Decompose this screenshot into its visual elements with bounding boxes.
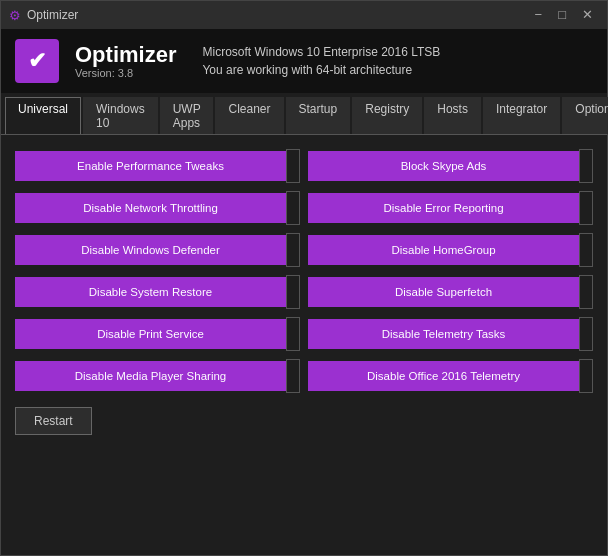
btn-indicator: [286, 191, 300, 225]
btn-indicator: [579, 275, 593, 309]
disable-media-player-sharing-button[interactable]: Disable Media Player Sharing: [15, 361, 286, 392]
maximize-button[interactable]: □: [552, 5, 572, 25]
block-skype-ads-button[interactable]: Block Skype Ads: [308, 151, 579, 182]
app-logo: ✔: [15, 39, 59, 83]
restart-section: Restart: [15, 407, 593, 435]
buttons-grid: Enable Performance Tweaks Block Skype Ad…: [15, 149, 593, 393]
tab-registry[interactable]: Registry: [352, 97, 422, 134]
btn-wrapper-disable-superfetch: Disable Superfetch: [308, 275, 593, 309]
tab-startup[interactable]: Startup: [286, 97, 351, 134]
restart-button[interactable]: Restart: [15, 407, 92, 435]
btn-indicator: [286, 359, 300, 393]
btn-wrapper-disable-homegroup: Disable HomeGroup: [308, 233, 593, 267]
title-bar-controls: − □ ✕: [529, 5, 599, 25]
enable-performance-tweaks-button[interactable]: Enable Performance Tweaks: [15, 151, 286, 182]
btn-wrapper-disable-media-sharing: Disable Media Player Sharing: [15, 359, 300, 393]
btn-wrapper-disable-telemetry-tasks: Disable Telemetry Tasks: [308, 317, 593, 351]
title-bar-text: Optimizer: [27, 8, 78, 22]
disable-telemetry-tasks-button[interactable]: Disable Telemetry Tasks: [308, 319, 579, 350]
disable-homegroup-button[interactable]: Disable HomeGroup: [308, 235, 579, 266]
btn-wrapper-disable-print: Disable Print Service: [15, 317, 300, 351]
btn-indicator: [286, 275, 300, 309]
header-info: Microsoft Windows 10 Enterprise 2016 LTS…: [202, 43, 440, 79]
btn-indicator: [579, 233, 593, 267]
info-line-1: Microsoft Windows 10 Enterprise 2016 LTS…: [202, 43, 440, 61]
btn-indicator: [286, 233, 300, 267]
btn-wrapper-disable-throttling: Disable Network Throttling: [15, 191, 300, 225]
app-version: Version: 3.8: [75, 67, 176, 79]
btn-indicator: [286, 149, 300, 183]
app-icon: ⚙: [9, 8, 21, 23]
btn-indicator: [286, 317, 300, 351]
app-name: Optimizer: [75, 43, 176, 67]
tab-uwp-apps[interactable]: UWP Apps: [160, 97, 214, 134]
disable-error-reporting-button[interactable]: Disable Error Reporting: [308, 193, 579, 224]
btn-wrapper-disable-error-reporting: Disable Error Reporting: [308, 191, 593, 225]
tab-universal[interactable]: Universal: [5, 97, 81, 134]
btn-wrapper-disable-restore: Disable System Restore: [15, 275, 300, 309]
info-line-2: You are working with 64-bit architecture: [202, 61, 440, 79]
minimize-button[interactable]: −: [529, 5, 549, 25]
main-window: ⚙ Optimizer − □ ✕ ✔ Optimizer Version: 3…: [0, 0, 608, 556]
btn-wrapper-enable-perf: Enable Performance Tweaks: [15, 149, 300, 183]
checkmark-icon: ✔: [28, 48, 46, 74]
disable-print-service-button[interactable]: Disable Print Service: [15, 319, 286, 350]
btn-wrapper-disable-office-telemetry: Disable Office 2016 Telemetry: [308, 359, 593, 393]
close-button[interactable]: ✕: [576, 5, 599, 25]
disable-superfetch-button[interactable]: Disable Superfetch: [308, 277, 579, 308]
title-bar-left: ⚙ Optimizer: [9, 8, 78, 23]
btn-wrapper-disable-defender: Disable Windows Defender: [15, 233, 300, 267]
btn-indicator: [579, 149, 593, 183]
title-bar: ⚙ Optimizer − □ ✕: [1, 1, 607, 29]
tabs-bar: Universal Windows 10 UWP Apps Cleaner St…: [1, 93, 607, 135]
btn-indicator: [579, 191, 593, 225]
disable-network-throttling-button[interactable]: Disable Network Throttling: [15, 193, 286, 224]
header-title: Optimizer Version: 3.8: [75, 43, 176, 79]
disable-windows-defender-button[interactable]: Disable Windows Defender: [15, 235, 286, 266]
btn-indicator: [579, 359, 593, 393]
tab-cleaner[interactable]: Cleaner: [215, 97, 283, 134]
tab-integrator[interactable]: Integrator: [483, 97, 560, 134]
disable-system-restore-button[interactable]: Disable System Restore: [15, 277, 286, 308]
tab-options[interactable]: Options: [562, 97, 608, 134]
tab-hosts[interactable]: Hosts: [424, 97, 481, 134]
content-area: Enable Performance Tweaks Block Skype Ad…: [1, 135, 607, 555]
disable-office-2016-telemetry-button[interactable]: Disable Office 2016 Telemetry: [308, 361, 579, 392]
btn-wrapper-block-skype: Block Skype Ads: [308, 149, 593, 183]
header: ✔ Optimizer Version: 3.8 Microsoft Windo…: [1, 29, 607, 93]
tab-windows10[interactable]: Windows 10: [83, 97, 158, 134]
btn-indicator: [579, 317, 593, 351]
